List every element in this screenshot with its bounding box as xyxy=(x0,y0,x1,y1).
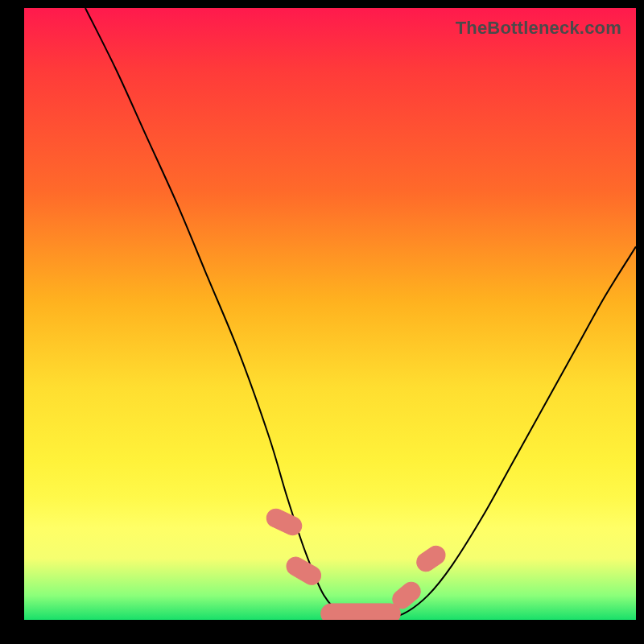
plot-area: TheBottleneck.com xyxy=(24,8,636,620)
bottleneck-curve xyxy=(85,8,636,620)
curve-marker xyxy=(413,543,448,575)
curve-marker xyxy=(389,579,424,613)
chart-frame: TheBottleneck.com xyxy=(0,0,644,644)
curve-marker xyxy=(264,506,305,538)
marker-group xyxy=(264,506,449,620)
curve-layer xyxy=(24,8,636,620)
curve-marker xyxy=(283,554,324,588)
watermark-text: TheBottleneck.com xyxy=(456,18,621,39)
curve-marker xyxy=(321,604,401,620)
